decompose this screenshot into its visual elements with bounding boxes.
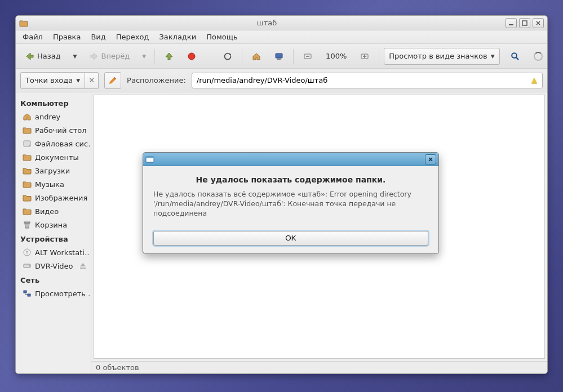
menu-go[interactable]: Переход [112, 31, 154, 43]
home-button[interactable] [247, 48, 266, 65]
dialog-ok-button[interactable]: OK [153, 231, 428, 246]
reload-button[interactable] [218, 48, 237, 65]
loading-spinner-icon [534, 52, 543, 61]
location-label: Расположение: [127, 76, 186, 84]
sidebar-item[interactable]: Рабочий стол [20, 123, 90, 137]
sidebar-item-label: Рабочий стол [35, 126, 86, 135]
svg-rect-4 [277, 59, 281, 60]
forward-arrow-icon [90, 52, 99, 61]
statusbar: 0 объектов [91, 361, 547, 373]
caret-down-icon: ▼ [76, 78, 80, 83]
sidebar-item[interactable]: Музыка [20, 177, 90, 191]
svg-rect-1 [522, 21, 527, 25]
sidebar-item-label: Корзина [35, 221, 67, 229]
minimize-button[interactable] [506, 18, 517, 28]
entry-points-label: Точки входа [25, 76, 73, 84]
stop-button[interactable] [182, 48, 201, 65]
dialog-heading: Не удалось показать содержимое папки. [153, 175, 428, 184]
back-dropdown[interactable]: ▼ [69, 48, 81, 65]
zoom-in-icon [360, 52, 369, 61]
status-text: 0 объектов [96, 363, 139, 372]
eject-icon[interactable] [78, 261, 87, 270]
zoom-out-button[interactable] [298, 48, 317, 65]
window-title: штаб [32, 19, 502, 27]
sidebar-item[interactable]: Корзина [20, 218, 90, 231]
computer-button[interactable] [269, 48, 289, 65]
location-input[interactable] [196, 75, 526, 85]
menu-file[interactable]: Файл [18, 31, 47, 43]
menu-bookmarks[interactable]: Закладки [154, 31, 201, 43]
zoom-level[interactable]: 100% [321, 48, 352, 65]
location-bar: Точки входа ▼ ✕ Расположение: [16, 69, 547, 92]
svg-rect-3 [276, 54, 282, 58]
app-icon [19, 19, 28, 28]
sidebar-item[interactable]: Видео [20, 204, 90, 218]
sidebar-group-computer: Компьютер [20, 96, 90, 110]
forward-button: Вперёд [85, 48, 135, 65]
location-input-wrap[interactable] [192, 73, 543, 88]
sidebar-group-devices: Устройства [20, 231, 90, 246]
trash-icon [23, 220, 32, 229]
menubar: Файл Правка Вид Переход Закладки Помощь [16, 30, 547, 44]
zoom-in-button[interactable] [355, 48, 374, 65]
error-dialog: Не удалось показать содержимое папки. Не… [143, 152, 439, 254]
sidebar-item-label: Видео [35, 207, 59, 216]
zoom-label: 100% [326, 52, 347, 60]
menu-help[interactable]: Помощь [202, 31, 242, 43]
drive-icon [23, 261, 32, 270]
menu-edit[interactable]: Правка [48, 31, 85, 43]
sidebar-item[interactable]: Файловая сис… [20, 137, 90, 150]
separator [154, 49, 155, 64]
folder-icon [23, 193, 32, 202]
toolbar: Назад ▼ Вперёд ▼ [16, 44, 547, 69]
folder-icon [23, 166, 32, 175]
home-icon [252, 52, 261, 61]
sidebar-item[interactable]: ALT Workstati… [20, 246, 90, 259]
edit-location-toggle[interactable] [104, 72, 121, 89]
sidebar-item[interactable]: andrey [20, 110, 90, 123]
menu-view[interactable]: Вид [86, 31, 110, 43]
entry-points-button[interactable]: Точки входа ▼ [20, 72, 85, 89]
up-button[interactable] [159, 48, 179, 65]
dialog-titlebar[interactable] [143, 153, 438, 166]
view-mode-label: Просмотр в виде значков [389, 52, 487, 60]
sidebar-item[interactable]: DVR-Video [20, 259, 90, 273]
separator [379, 49, 379, 64]
sidebar-item-label: Загрузки [35, 167, 70, 175]
network-icon [23, 289, 32, 298]
svg-rect-18 [80, 268, 86, 269]
svg-rect-22 [146, 157, 154, 158]
sidebar-item[interactable]: Документы [20, 150, 90, 164]
sidebar-item-label: ALT Workstati… [35, 248, 90, 257]
search-button[interactable] [506, 48, 525, 65]
entry-points-close[interactable]: ✕ [85, 72, 99, 89]
sidebar-item-label: Просмотреть … [35, 289, 90, 298]
titlebar[interactable]: штаб [16, 16, 547, 30]
dialog-close-button[interactable] [425, 154, 436, 164]
separator [242, 49, 242, 64]
sidebar-item[interactable]: Просмотреть … [20, 287, 90, 300]
forward-dropdown: ▼ [138, 48, 150, 65]
svg-rect-9 [364, 55, 365, 58]
sidebar-item[interactable]: Изображения [20, 191, 90, 204]
svg-rect-0 [509, 24, 513, 25]
folder-icon [23, 180, 32, 189]
clear-location-icon[interactable] [530, 76, 539, 85]
svg-rect-19 [24, 291, 26, 293]
svg-point-17 [29, 265, 30, 266]
back-arrow-icon [25, 52, 34, 61]
dialog-body-text: Не удалось показать всё содержимое «штаб… [153, 190, 428, 219]
sidebar-item[interactable]: Загрузки [20, 164, 90, 177]
sidebar-item-label: Музыка [35, 180, 64, 189]
sidebar: Компьютер andreyРабочий столФайловая сис… [16, 92, 91, 373]
back-button[interactable]: Назад [20, 48, 66, 65]
svg-point-10 [512, 53, 517, 58]
close-button[interactable] [533, 18, 544, 28]
sidebar-group-network: Сеть [20, 273, 90, 287]
stop-icon [187, 52, 196, 61]
separator [293, 49, 294, 64]
dialog-app-icon [145, 155, 154, 164]
svg-rect-13 [24, 222, 30, 223]
view-mode-dropdown[interactable]: Просмотр в виде значков ▼ [384, 48, 499, 65]
maximize-button[interactable] [519, 18, 530, 28]
